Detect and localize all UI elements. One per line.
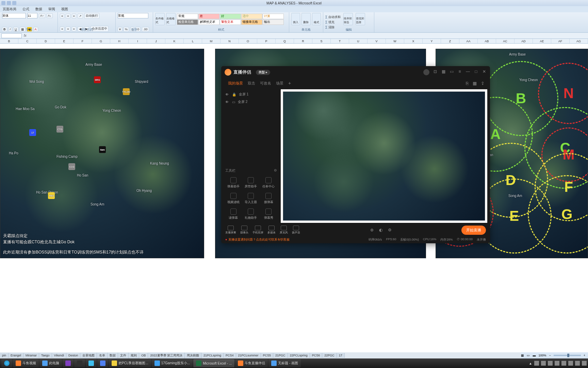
col-header[interactable]: G <box>92 39 110 43</box>
style-bad[interactable]: 差 <box>198 14 219 19</box>
col-header[interactable]: Y <box>423 39 441 43</box>
col-header[interactable]: B <box>0 39 18 43</box>
col-header[interactable]: P <box>257 39 276 43</box>
qat-save-icon[interactable] <box>1 1 5 5</box>
style-link[interactable]: 链接单元格 <box>241 19 262 25</box>
stream-tool[interactable]: 礼物助手 <box>243 207 259 221</box>
fill-button[interactable]: 填充 <box>325 20 341 25</box>
col-header[interactable]: F <box>74 39 92 43</box>
cond-format-button[interactable]: 条件格式 <box>155 13 165 25</box>
col-header[interactable]: N <box>220 39 239 43</box>
menu-review[interactable]: 审阅 <box>48 7 55 12</box>
tray-icon[interactable] <box>534 361 539 366</box>
find-button[interactable]: 查找和选择 <box>356 13 365 25</box>
align-bot-icon[interactable]: ≡ <box>72 14 76 18</box>
sort-button[interactable]: 排序和筛选 <box>343 13 353 25</box>
style-output[interactable]: 输出 <box>263 19 284 25</box>
style-explain[interactable]: 解释性文本 <box>198 19 219 25</box>
col-header[interactable]: AE <box>533 39 551 43</box>
stream-tool[interactable]: 弹幕秀 <box>260 207 277 221</box>
tab-dblclick[interactable]: 双击 <box>248 81 255 86</box>
stream-extra-icon[interactable]: ⚙ <box>387 228 392 232</box>
col-header[interactable]: U <box>349 39 368 43</box>
stream-pip-icon[interactable]: ⊡ <box>433 69 438 74</box>
col-header[interactable]: T <box>331 39 349 43</box>
sheet-tab[interactable]: 文件 <box>118 353 129 358</box>
col-header[interactable]: AG <box>570 39 588 43</box>
autosum-button[interactable]: 自动求和 <box>325 15 341 19</box>
stream-tool[interactable]: 读弹幕 <box>225 207 242 221</box>
sheet-tab[interactable]: 21PCLsummer <box>236 353 261 358</box>
stream-copy-icon[interactable]: ⎘ <box>466 81 469 86</box>
sheet-tab[interactable]: 22PCLspring <box>288 353 310 358</box>
tab-rename[interactable]: 可改名 <box>260 81 271 86</box>
col-header[interactable]: AC <box>496 39 514 43</box>
view-normal-icon[interactable]: ▦ <box>521 354 524 357</box>
stream-grid-icon[interactable]: ▦ <box>441 69 446 74</box>
tab-scene[interactable]: 场景 <box>276 81 283 86</box>
stream-source-button[interactable]: 手机投屏 <box>252 226 263 234</box>
stream-extra-icon[interactable]: ⊕ <box>370 228 374 232</box>
stream-source-button[interactable]: 直播屏幕 <box>225 226 236 234</box>
tray-icon[interactable] <box>548 361 553 366</box>
source-item-2[interactable]: 👁 ▭ 全屏 2 <box>225 98 277 106</box>
stream-avatar-icon[interactable] <box>423 69 429 75</box>
source-item-1[interactable]: 👁 🔒 全屏 1 <box>225 91 277 98</box>
taskbar-item[interactable]: 把PCL季后赛圈图... <box>109 359 151 367</box>
worksheet[interactable]: Army BaseWol SongShipyardHae Moo SaGo Do… <box>0 44 588 323</box>
sheet-tab[interactable]: 全景地图 <box>80 353 97 358</box>
menu-view[interactable]: 视图 <box>61 7 68 12</box>
stream-tool[interactable]: 房管助手 <box>243 176 259 190</box>
screen-icon[interactable]: ▭ <box>232 100 235 104</box>
col-header[interactable]: AD <box>514 39 533 43</box>
taskbar-item[interactable]: 斗鱼视频 <box>13 359 39 367</box>
sheet-tab[interactable]: Taego <box>39 353 52 358</box>
col-header[interactable]: C <box>18 39 37 43</box>
zoom-level[interactable]: 100% <box>538 354 546 357</box>
stream-tool[interactable]: 弹幕助手 <box>225 176 242 190</box>
sheet-tab[interactable]: 数据 <box>108 353 118 358</box>
font-size-select[interactable] <box>27 13 37 18</box>
taskbar-item[interactable] <box>97 359 108 367</box>
sheet-tab[interactable]: pin <box>0 353 9 358</box>
eye-icon[interactable]: 👁 <box>225 93 229 96</box>
stream-tool[interactable]: 接弹幕 <box>260 191 277 206</box>
font-name-select[interactable] <box>2 13 26 18</box>
taskbar-item[interactable]: 17Gaming股东小... <box>152 359 193 367</box>
sheet-tab[interactable]: PCS4 <box>224 353 236 358</box>
start-stream-button[interactable]: 开始直播 <box>461 226 486 235</box>
style-neutral[interactable]: 适中 <box>241 14 262 19</box>
table-format-button[interactable]: 表格格式 <box>166 13 176 25</box>
style-check[interactable]: 检查单元格 <box>177 19 198 25</box>
stream-tool[interactable]: 视频滤镜 <box>225 191 242 206</box>
insert-button[interactable]: 插入 <box>291 13 300 25</box>
col-header[interactable]: R <box>294 39 312 43</box>
tray-icon[interactable] <box>555 361 559 366</box>
menu-layout[interactable]: 页面布局 <box>3 7 16 12</box>
lock-icon[interactable]: 🔒 <box>232 93 236 96</box>
taskbar-item[interactable] <box>63 359 74 367</box>
col-header[interactable]: Z <box>441 39 459 43</box>
tools-more-icon[interactable]: ⊖ <box>274 168 277 172</box>
tray-up-icon[interactable]: ▲ <box>529 362 532 365</box>
taskbar-item[interactable]: Microsoft Excel - ... <box>193 359 234 367</box>
stream-screen-icon[interactable]: ▭ <box>449 69 454 74</box>
col-header[interactable]: Q <box>276 39 294 43</box>
col-header[interactable]: E <box>55 39 74 43</box>
taskbar-item[interactable]: 无标题 - 画图 <box>268 359 301 367</box>
menu-formula[interactable]: 公式 <box>22 7 29 12</box>
align-mid-icon[interactable]: ≡ <box>66 14 70 18</box>
name-box[interactable] <box>1 33 22 38</box>
zoom-out-icon[interactable]: − <box>549 354 551 357</box>
sheet-tab[interactable]: OB <box>139 353 148 358</box>
stream-minimize-icon[interactable]: — <box>466 69 470 74</box>
style-good[interactable]: 好 <box>220 14 241 19</box>
col-header[interactable]: D <box>37 39 55 43</box>
sheet-tab[interactable]: 名单 <box>97 353 108 358</box>
sheet-tab[interactable]: 周决刷圈 <box>185 353 201 358</box>
taskbar-item[interactable]: 此电脑 <box>39 359 62 367</box>
col-header[interactable]: AA <box>459 39 478 43</box>
start-button[interactable] <box>1 359 12 367</box>
col-header[interactable]: S <box>312 39 331 43</box>
style-warn[interactable]: 警告文本 <box>220 19 241 25</box>
